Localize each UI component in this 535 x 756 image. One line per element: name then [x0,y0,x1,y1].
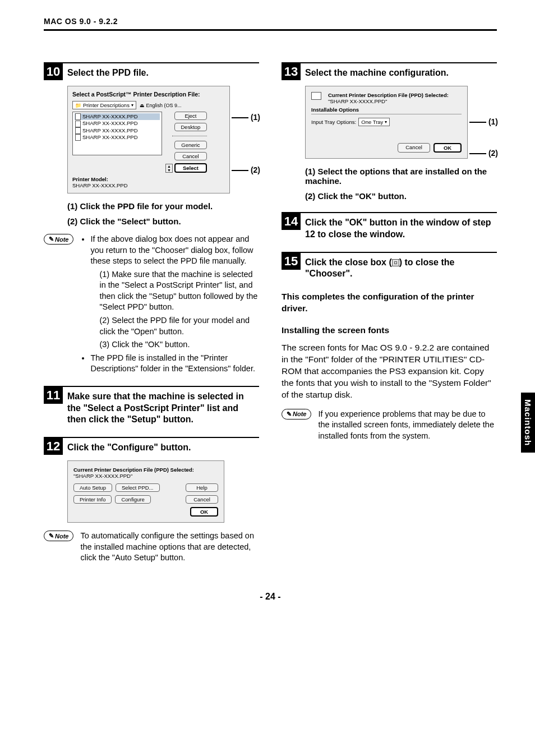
step-13-title: Select the machine configuration. [305,67,449,79]
option-label: Input Tray Options: [311,119,356,125]
fonts-body: The screen fonts for Mac OS 9.0 - 9.2.2 … [282,342,497,401]
step-15: 15 Click the close box () to close the "… [282,252,497,280]
step-number-11: 11 [44,387,63,404]
doc-icon [75,121,81,127]
right-column: 13 Select the machine configuration. Cur… [282,62,497,575]
auto-setup-button[interactable]: Auto Setup [73,483,112,492]
printer-info-button[interactable]: Printer Info [73,495,112,504]
ok-button[interactable]: OK [433,143,462,153]
note-text: If you experience problems that may be d… [318,409,497,442]
note-text: To automatically configure the settings … [80,531,259,564]
step-12-title: Click the "Configure" button. [67,442,191,454]
cancel-button[interactable]: Cancel [174,152,207,160]
step13-sub2: (2) Click the "OK" button. [305,191,497,201]
lang-label: English (OS 9... [146,103,181,108]
cancel-button[interactable]: Cancel [186,495,218,504]
list-item[interactable]: SHARP XX-XXXX.PPD [75,120,160,127]
list-item[interactable]: SHARP XX-XXXX.PPD [75,127,160,134]
note-icon: Note [44,234,73,245]
side-tab-macintosh: Macintosh [521,393,535,453]
callout-2: (2) [469,149,498,158]
select-ppd-button[interactable]: Select PPD... [116,483,160,492]
fonts-note: Note If you experience problems that may… [282,409,497,442]
list-item[interactable]: SHARP XX-XXXX.PPD [75,113,160,120]
callout-1: (1) [232,113,260,122]
note-sub: (2) Select the PPD file for your model a… [99,315,259,337]
note-bullet: The PPD file is installed in the "Printe… [90,353,259,375]
select-button[interactable]: Select [174,163,207,173]
ppd-select-dialog: Select a PostScript™ Printer Description… [67,86,230,193]
step10-sub2: (2) Click the "Select" button. [67,216,259,226]
step-number-14: 14 [282,213,301,230]
list-item-label: SHARP XX-XXXX.PPD [82,113,138,120]
step-14-title: Click the "OK" button in the window of s… [305,217,497,241]
step-15-title: Click the close box () to close the "Cho… [305,257,497,280]
divider [172,136,207,136]
cancel-button[interactable]: Cancel [398,143,430,153]
step10-note: Note If the above dialog box does not ap… [44,234,259,375]
step-10-title: Select the PPD file. [67,67,149,79]
printer-model-label: Printer Model: [72,176,225,182]
step-11-title: Make sure that the machine is selected i… [67,391,259,426]
callout-1: (1) [469,117,498,126]
left-column: 10 Select the PPD file. Select a PostScr… [44,62,259,575]
step12-note: Note To automatically configure the sett… [44,531,259,564]
spinner[interactable]: ▲▼ [165,164,173,173]
input-tray-dropdown[interactable]: One Tray [358,118,390,126]
dialog-file: "SHARP XX-XXXX.PPD" [328,98,449,104]
list-item-label: SHARP XX-XXXX.PPD [82,127,138,134]
folder-dropdown[interactable]: 📁Printer Descriptions [72,101,136,109]
step-number-13: 13 [282,63,301,80]
page-number: - 24 - [44,592,497,602]
note-icon: Note [44,531,73,541]
note-sub: (3) Click the "OK" button. [99,339,259,351]
list-item[interactable]: SHARP XX-XXXX.PPD [75,134,160,141]
eject-button[interactable]: Eject [174,112,207,120]
ppd-listbox[interactable]: SHARP XX-XXXX.PPD SHARP XX-XXXX.PPD SHAR… [72,112,162,155]
step10-sub1: (1) Click the PPD file for your model. [67,201,259,211]
desktop-button[interactable]: Desktop [174,123,207,131]
note-bullet: If the above dialog box does not appear … [90,234,259,351]
note-icon: Note [282,409,311,420]
ok-button[interactable]: OK [190,507,218,517]
completion-text: This completes the configuration of the … [282,291,497,315]
fonts-heading: Installing the screen fonts [282,325,497,336]
help-button[interactable]: Help [186,483,218,492]
dropdown-label: Printer Descriptions [83,102,130,108]
configure-button[interactable]: Configure [115,495,150,504]
dialog-title: Current Printer Description File (PPD) S… [328,92,449,98]
step-number-10: 10 [44,63,63,80]
step-10: 10 Select the PPD file. Select a PostScr… [44,62,259,375]
step-11: 11 Make sure that the machine is selecte… [44,386,259,426]
step13-sub1: (1) Select the options that are installe… [305,167,497,186]
step-14: 14 Click the "OK" button in the window o… [282,212,497,241]
note-sub: (1) Make sure that the machine is select… [99,269,259,313]
installable-options-label: Installable Options [311,107,462,113]
list-item-label: SHARP XX-XXXX.PPD [82,134,138,141]
configure-dialog: Current Printer Description File (PPD) S… [67,460,224,523]
callout-2: (2) [232,165,260,174]
step-12: 12 Click the "Configure" button. Current… [44,437,259,564]
dialog-file: "SHARP XX-XXXX.PPD" [73,473,218,479]
generic-button[interactable]: Generic [174,141,207,149]
options-dialog: Current Printer Description File (PPD) S… [305,86,468,159]
page-header: MAC OS 9.0 - 9.2.2 [44,17,497,31]
close-box-icon [392,259,399,266]
content-columns: 10 Select the PPD file. Select a PostScr… [44,62,497,575]
doc-icon [75,127,81,134]
dialog-title: Current Printer Description File (PPD) S… [73,467,218,473]
step-number-15: 15 [282,253,301,270]
doc-icon [75,134,81,141]
list-item-label: SHARP XX-XXXX.PPD [82,120,138,127]
dialog-title: Select a PostScript™ Printer Description… [72,91,225,98]
step-number-12: 12 [44,438,63,455]
printer-icon [311,92,321,100]
doc-icon [75,113,81,120]
step-13: 13 Select the machine configuration. Cur… [282,62,497,201]
printer-model-value: SHARP XX-XXXX.PPD [72,182,225,188]
dropdown-value: One Tray [361,119,383,125]
